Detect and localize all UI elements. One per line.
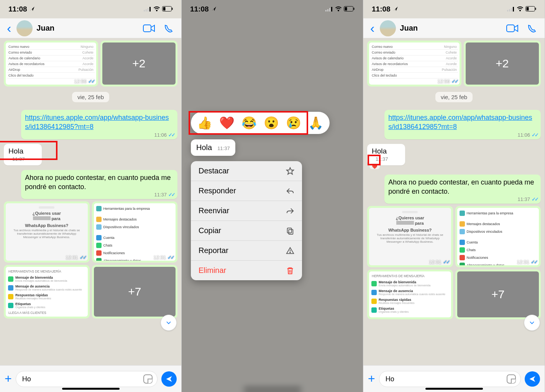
svg-rect-22 [509, 9, 510, 11]
reaction-thumbs-up[interactable]: 👍 [197, 116, 212, 130]
sent-autoreply-message[interactable]: Ahora no puedo contestar, en cuanto pued… [21, 170, 177, 199]
reaction-pray[interactable]: 🙏 [308, 116, 323, 130]
status-bar: 11:08 [0, 0, 181, 18]
reply-icon [286, 187, 294, 195]
video-call-button[interactable] [506, 24, 519, 33]
location-icon [393, 5, 398, 13]
svg-rect-29 [507, 25, 514, 32]
svg-point-25 [520, 10, 520, 11]
svg-point-4 [156, 10, 157, 11]
warn-icon [286, 247, 294, 255]
chat-area: Correo nuevoNinguno Correo enviadoCohete… [363, 38, 545, 365]
svg-rect-8 [143, 25, 151, 32]
reaction-laugh[interactable]: 😂 [241, 116, 257, 130]
star-icon [286, 167, 294, 175]
contact-name[interactable]: Juan [400, 24, 499, 33]
status-time: 11:08 [8, 5, 27, 13]
wifi-icon [153, 5, 160, 13]
chat-header: ‹ Juan [363, 18, 545, 38]
svg-rect-17 [287, 228, 292, 233]
selected-message: Hola 11:37 [191, 139, 235, 156]
attach-button[interactable]: + [5, 372, 12, 386]
received-hola-message[interactable]: Hola 11:37 ❤️ [367, 144, 405, 165]
context-copy[interactable]: Copiar [191, 221, 302, 241]
sticker-icon[interactable] [143, 374, 153, 384]
scroll-to-bottom-button[interactable] [524, 315, 540, 331]
context-menu: Destacar Responder Reenviar Copiar Repor… [191, 161, 302, 280]
message-input[interactable]: Ho [379, 371, 521, 387]
status-bar: 11:08 [363, 0, 545, 18]
svg-rect-28 [535, 8, 536, 10]
battery-icon [525, 5, 536, 13]
contact-name[interactable]: Juan [36, 24, 136, 33]
reaction-picker: 👍 ❤️ 😂 😮 😢 🙏 [191, 112, 330, 134]
context-report[interactable]: Reportar [191, 241, 302, 261]
media-extra-count-2[interactable]: +7 [94, 267, 176, 317]
message-reaction[interactable]: ❤️ [369, 163, 380, 169]
received-hola-message[interactable]: Hola 11:37 [4, 144, 42, 165]
signal-icon [507, 5, 515, 13]
screenshot-1: 11:08 ‹ Juan Correo nuevoNinguno Correo … [0, 0, 182, 392]
copy-icon [286, 227, 294, 235]
date-header: vie, 25 feb [72, 92, 109, 102]
attach-button[interactable]: + [368, 372, 375, 386]
svg-rect-27 [527, 7, 529, 11]
chat-header: ‹ Juan [0, 18, 181, 38]
reaction-sad[interactable]: 😢 [286, 116, 301, 130]
media-extra-count[interactable]: +2 [102, 42, 176, 85]
svg-rect-24 [513, 7, 514, 11]
media-extra-count-2[interactable]: +7 [457, 271, 539, 317]
voice-call-button[interactable] [162, 24, 174, 33]
forward-icon [286, 207, 294, 215]
screenshot-2: 11:08 👍 ❤️ 😂 😮 😢 🙏 Hola 11:37 [182, 0, 363, 392]
media-extra-count[interactable]: +2 [466, 42, 539, 85]
svg-rect-18 [289, 229, 293, 234]
sent-autoreply-message[interactable]: Ahora no puedo contestar, en cuanto pued… [384, 175, 541, 204]
svg-rect-3 [149, 7, 151, 11]
scroll-to-bottom-button[interactable] [161, 315, 177, 331]
svg-rect-0 [144, 10, 145, 11]
reaction-heart[interactable]: ❤️ [219, 116, 235, 130]
wifi-icon [517, 5, 524, 13]
back-button[interactable]: ‹ [7, 21, 11, 36]
svg-rect-7 [172, 8, 173, 10]
status-time: 11:08 [372, 5, 391, 13]
contact-avatar[interactable] [16, 20, 33, 36]
send-button[interactable] [161, 371, 177, 387]
svg-rect-23 [511, 8, 512, 11]
signal-icon [144, 5, 151, 13]
svg-rect-1 [146, 9, 147, 11]
home-indicator [62, 388, 120, 390]
context-star[interactable]: Destacar [191, 161, 302, 181]
voice-call-button[interactable] [525, 24, 538, 33]
trash-icon [286, 266, 294, 275]
battery-icon [162, 5, 173, 13]
send-button[interactable] [525, 371, 540, 387]
video-call-button[interactable] [143, 24, 155, 33]
sent-link-message[interactable]: https://itunes.apple.com/app/whatsapp-bu… [21, 110, 177, 139]
date-header: vie, 25 feb [435, 92, 473, 102]
sticker-icon[interactable] [507, 374, 516, 384]
svg-rect-2 [148, 8, 149, 11]
chat-area: Correo nuevoNinguno Correo enviadoCohete… [0, 38, 181, 365]
location-icon [30, 5, 35, 13]
sent-link-message[interactable]: https://itunes.apple.com/app/whatsapp-bu… [384, 110, 541, 139]
context-delete[interactable]: Eliminar [191, 261, 302, 280]
home-indicator [425, 388, 483, 390]
svg-rect-21 [507, 10, 508, 11]
reaction-wow[interactable]: 😮 [264, 116, 279, 130]
screenshot-3: 11:08 ‹ Juan Correo nuevoNinguno Correo … [363, 0, 545, 392]
svg-rect-6 [163, 7, 166, 11]
context-forward[interactable]: Reenviar [191, 201, 302, 221]
context-reply[interactable]: Responder [191, 181, 302, 201]
contact-avatar[interactable] [380, 20, 396, 36]
svg-point-20 [290, 252, 291, 253]
message-input[interactable]: Ho [16, 371, 158, 387]
back-button[interactable]: ‹ [370, 21, 374, 36]
